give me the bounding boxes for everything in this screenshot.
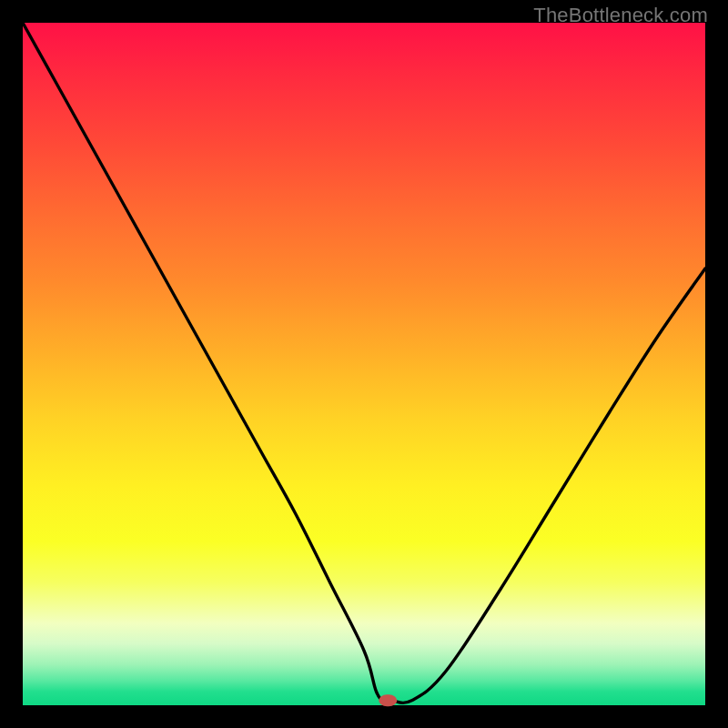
minimum-marker: [379, 694, 397, 706]
bottleneck-curve: [23, 23, 705, 703]
curve-svg: [23, 23, 705, 705]
watermark-text: TheBottleneck.com: [533, 4, 708, 27]
plot-area: [23, 23, 705, 705]
chart-frame: TheBottleneck.com: [0, 0, 728, 728]
